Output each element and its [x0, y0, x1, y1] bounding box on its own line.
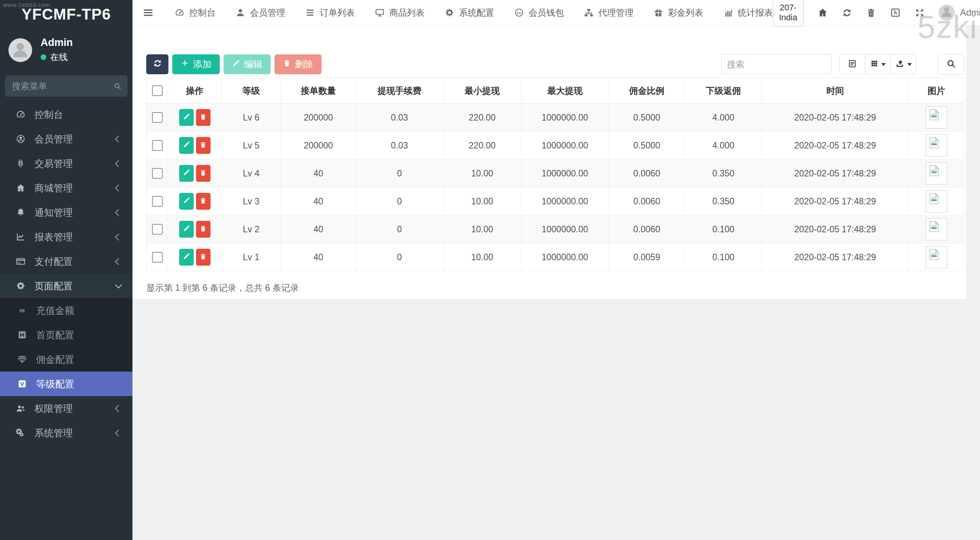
chevron-down-icon [115, 281, 122, 288]
cell-orders: 200000 [281, 104, 356, 132]
column-header-9[interactable]: 图片 [909, 78, 964, 104]
pencil-icon [183, 113, 190, 123]
sidebar-item-notice[interactable]: 通知管理 [0, 200, 132, 225]
row-checkbox[interactable] [152, 252, 163, 263]
edit-row-button[interactable] [179, 249, 194, 266]
column-header-5[interactable]: 最大提现 [521, 78, 609, 104]
person-icon [9, 38, 31, 62]
v-square-icon [15, 379, 29, 389]
nav-item-members[interactable]: 会员管理 [235, 7, 285, 19]
delete-row-button[interactable] [196, 137, 211, 154]
nav-item-wallets[interactable]: cc会员钱包 [514, 7, 564, 19]
delete-row-button[interactable] [196, 109, 211, 126]
row-checkbox[interactable] [152, 224, 163, 235]
sidebar-item-level-config[interactable]: 等级配置 [0, 372, 132, 396]
column-header-8[interactable]: 时间 [762, 78, 909, 104]
sidebar-item-label: 支付配置 [34, 255, 116, 268]
nav-item-dashboard[interactable]: 控制台 [175, 7, 216, 19]
sidebar-item-page-config[interactable]: 页面配置 [0, 274, 132, 298]
row-checkbox[interactable] [152, 140, 163, 151]
edit-row-button[interactable] [179, 193, 194, 210]
sidebar-item-members[interactable]: 会员管理 [0, 127, 132, 151]
sidebar-item-payment[interactable]: 支付配置 [0, 249, 132, 274]
sidebar-menu: 控制台会员管理B交易管理商城管理通知管理报表管理支付配置页面配置m充值金额首页配… [0, 102, 132, 445]
add-button[interactable]: 添加 [172, 54, 220, 74]
edit-button[interactable]: 编辑 [224, 54, 271, 74]
users-icon [14, 403, 28, 413]
column-header-6[interactable]: 佣金比例 [609, 78, 685, 104]
pencil-icon [183, 252, 190, 263]
edit-row-button[interactable] [179, 221, 194, 238]
sidebar-search-input[interactable] [11, 81, 114, 92]
refresh-icon[interactable] [842, 8, 852, 18]
trash-icon[interactable] [866, 8, 876, 18]
pencil-icon [183, 168, 190, 179]
cell-sub_rebate: 0.100 [685, 215, 762, 243]
monitor-icon [375, 8, 385, 18]
toggle-view-button[interactable] [840, 55, 865, 74]
chevron-left-icon [115, 184, 122, 191]
nav-item-products[interactable]: 商品列表 [375, 7, 425, 19]
column-header-3[interactable]: 提现手续费 [356, 78, 443, 104]
search-button[interactable] [938, 54, 964, 75]
nav-item-agents[interactable]: 代理管理 [584, 7, 634, 19]
chevron-left-icon [115, 405, 122, 412]
online-status-dot [41, 54, 46, 60]
sidebar-item-home-config[interactable]: 首页配置 [0, 323, 132, 347]
refresh-table-button[interactable] [146, 54, 168, 74]
home-icon[interactable] [817, 7, 828, 18]
trash-icon [199, 168, 207, 179]
delete-row-button[interactable] [196, 249, 211, 266]
trash-icon [199, 140, 207, 151]
sidebar-item-reports[interactable]: 报表管理 [0, 225, 132, 249]
delete-button[interactable]: 删除 [274, 54, 322, 74]
column-header-2[interactable]: 接单数量 [281, 78, 356, 104]
column-header-1[interactable]: 等级 [222, 78, 281, 104]
cell-min_withdraw: 220.00 [443, 104, 521, 132]
nav-item-orders[interactable]: 订单列表 [305, 7, 355, 19]
cell-sub_rebate: 0.350 [685, 188, 762, 215]
translate-icon[interactable]: A [890, 7, 901, 18]
delete-row-button[interactable] [196, 193, 211, 210]
row-checkbox[interactable] [152, 112, 163, 123]
sidebar-item-recharge-amount[interactable]: m充值金额 [0, 298, 132, 323]
row-checkbox[interactable] [152, 168, 163, 179]
table-search-input[interactable] [721, 54, 831, 74]
column-header-0[interactable]: 操作 [168, 78, 222, 104]
fullscreen-icon[interactable] [915, 8, 925, 18]
nav-item-system-config[interactable]: 系统配置 [444, 7, 494, 19]
edit-row-button[interactable] [179, 137, 194, 154]
site-selector-button[interactable]: 207-India [773, 0, 804, 26]
columns-button[interactable] [865, 55, 891, 74]
sidebar-item-trade[interactable]: B交易管理 [0, 151, 132, 176]
menu-toggle-icon[interactable] [142, 7, 154, 18]
edit-row-button[interactable] [179, 165, 194, 182]
cell-level: Lv 3 [222, 188, 281, 215]
column-header-4[interactable]: 最小提现 [443, 78, 521, 104]
export-button[interactable] [891, 55, 916, 74]
nav-item-stats[interactable]: 统计报表 [723, 7, 773, 19]
line-chart-icon [14, 232, 28, 242]
sidebar-item-label: 权限管理 [34, 402, 116, 415]
pencil-icon [183, 224, 190, 235]
sidebar-item-dashboard[interactable]: 控制台 [0, 102, 132, 127]
delete-row-button[interactable] [196, 165, 211, 182]
sidebar-item-mall[interactable]: 商城管理 [0, 176, 132, 200]
cell-time: 2020-02-05 17:48:29 [762, 160, 909, 188]
edit-row-button[interactable] [179, 109, 194, 126]
cell-level: Lv 4 [222, 160, 281, 188]
sidebar-item-label: 页面配置 [34, 280, 116, 292]
cell-max_withdraw: 1000000.00 [521, 160, 609, 188]
select-all-checkbox[interactable] [152, 85, 163, 96]
grid-icon [870, 59, 879, 69]
sidebar-item-system[interactable]: 系统管理 [0, 421, 132, 445]
row-checkbox[interactable] [152, 196, 163, 207]
sidebar-item-permissions[interactable]: 权限管理 [0, 396, 132, 421]
sidebar-item-commission-config[interactable]: 佣金配置 [0, 347, 132, 372]
column-header-7[interactable]: 下级返佣 [685, 78, 762, 104]
sidebar-item-label: 等级配置 [36, 378, 121, 390]
delete-row-button[interactable] [196, 221, 211, 238]
chevron-left-icon [115, 429, 122, 436]
nav-item-bonus[interactable]: 彩金列表 [653, 7, 703, 19]
admin-menu[interactable]: Admin [939, 5, 980, 21]
